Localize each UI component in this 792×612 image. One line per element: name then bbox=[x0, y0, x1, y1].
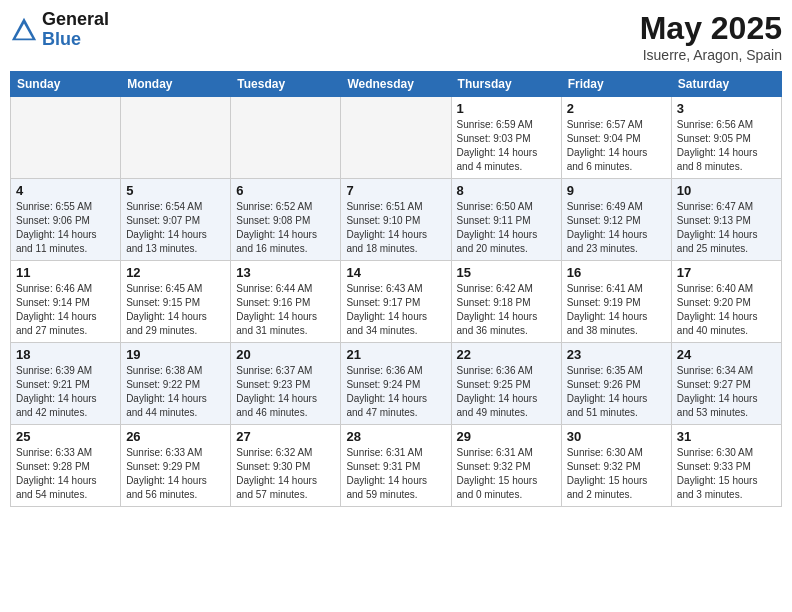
day-number: 24 bbox=[677, 347, 776, 362]
calendar-cell: 20Sunrise: 6:37 AM Sunset: 9:23 PM Dayli… bbox=[231, 343, 341, 425]
day-info: Sunrise: 6:40 AM Sunset: 9:20 PM Dayligh… bbox=[677, 282, 776, 338]
day-info: Sunrise: 6:30 AM Sunset: 9:32 PM Dayligh… bbox=[567, 446, 666, 502]
calendar-cell: 8Sunrise: 6:50 AM Sunset: 9:11 PM Daylig… bbox=[451, 179, 561, 261]
weekday-header-tuesday: Tuesday bbox=[231, 72, 341, 97]
day-info: Sunrise: 6:56 AM Sunset: 9:05 PM Dayligh… bbox=[677, 118, 776, 174]
day-number: 19 bbox=[126, 347, 225, 362]
day-info: Sunrise: 6:37 AM Sunset: 9:23 PM Dayligh… bbox=[236, 364, 335, 420]
day-info: Sunrise: 6:55 AM Sunset: 9:06 PM Dayligh… bbox=[16, 200, 115, 256]
calendar-cell: 16Sunrise: 6:41 AM Sunset: 9:19 PM Dayli… bbox=[561, 261, 671, 343]
calendar-cell: 27Sunrise: 6:32 AM Sunset: 9:30 PM Dayli… bbox=[231, 425, 341, 507]
calendar-week-row: 18Sunrise: 6:39 AM Sunset: 9:21 PM Dayli… bbox=[11, 343, 782, 425]
location-title: Isuerre, Aragon, Spain bbox=[640, 47, 782, 63]
day-info: Sunrise: 6:34 AM Sunset: 9:27 PM Dayligh… bbox=[677, 364, 776, 420]
title-block: May 2025 Isuerre, Aragon, Spain bbox=[640, 10, 782, 63]
calendar-cell: 31Sunrise: 6:30 AM Sunset: 9:33 PM Dayli… bbox=[671, 425, 781, 507]
day-info: Sunrise: 6:36 AM Sunset: 9:25 PM Dayligh… bbox=[457, 364, 556, 420]
day-info: Sunrise: 6:33 AM Sunset: 9:29 PM Dayligh… bbox=[126, 446, 225, 502]
calendar-cell: 19Sunrise: 6:38 AM Sunset: 9:22 PM Dayli… bbox=[121, 343, 231, 425]
calendar-cell: 29Sunrise: 6:31 AM Sunset: 9:32 PM Dayli… bbox=[451, 425, 561, 507]
weekday-header-saturday: Saturday bbox=[671, 72, 781, 97]
calendar-cell bbox=[231, 97, 341, 179]
day-info: Sunrise: 6:59 AM Sunset: 9:03 PM Dayligh… bbox=[457, 118, 556, 174]
calendar-cell: 22Sunrise: 6:36 AM Sunset: 9:25 PM Dayli… bbox=[451, 343, 561, 425]
day-number: 3 bbox=[677, 101, 776, 116]
day-info: Sunrise: 6:47 AM Sunset: 9:13 PM Dayligh… bbox=[677, 200, 776, 256]
day-info: Sunrise: 6:49 AM Sunset: 9:12 PM Dayligh… bbox=[567, 200, 666, 256]
day-number: 21 bbox=[346, 347, 445, 362]
day-number: 31 bbox=[677, 429, 776, 444]
logo-blue-text: Blue bbox=[42, 30, 109, 50]
calendar-cell: 10Sunrise: 6:47 AM Sunset: 9:13 PM Dayli… bbox=[671, 179, 781, 261]
day-info: Sunrise: 6:39 AM Sunset: 9:21 PM Dayligh… bbox=[16, 364, 115, 420]
calendar-cell: 17Sunrise: 6:40 AM Sunset: 9:20 PM Dayli… bbox=[671, 261, 781, 343]
weekday-header-monday: Monday bbox=[121, 72, 231, 97]
logo-icon bbox=[10, 16, 38, 44]
day-number: 23 bbox=[567, 347, 666, 362]
calendar-week-row: 11Sunrise: 6:46 AM Sunset: 9:14 PM Dayli… bbox=[11, 261, 782, 343]
day-info: Sunrise: 6:32 AM Sunset: 9:30 PM Dayligh… bbox=[236, 446, 335, 502]
weekday-header-sunday: Sunday bbox=[11, 72, 121, 97]
day-number: 26 bbox=[126, 429, 225, 444]
calendar-cell: 6Sunrise: 6:52 AM Sunset: 9:08 PM Daylig… bbox=[231, 179, 341, 261]
calendar-cell: 2Sunrise: 6:57 AM Sunset: 9:04 PM Daylig… bbox=[561, 97, 671, 179]
day-number: 14 bbox=[346, 265, 445, 280]
day-number: 28 bbox=[346, 429, 445, 444]
calendar-cell bbox=[341, 97, 451, 179]
calendar-cell: 13Sunrise: 6:44 AM Sunset: 9:16 PM Dayli… bbox=[231, 261, 341, 343]
day-number: 12 bbox=[126, 265, 225, 280]
day-number: 16 bbox=[567, 265, 666, 280]
calendar-cell: 25Sunrise: 6:33 AM Sunset: 9:28 PM Dayli… bbox=[11, 425, 121, 507]
day-number: 18 bbox=[16, 347, 115, 362]
weekday-header-row: SundayMondayTuesdayWednesdayThursdayFrid… bbox=[11, 72, 782, 97]
day-info: Sunrise: 6:35 AM Sunset: 9:26 PM Dayligh… bbox=[567, 364, 666, 420]
month-title: May 2025 bbox=[640, 10, 782, 47]
calendar-cell: 21Sunrise: 6:36 AM Sunset: 9:24 PM Dayli… bbox=[341, 343, 451, 425]
day-number: 9 bbox=[567, 183, 666, 198]
day-number: 10 bbox=[677, 183, 776, 198]
day-number: 5 bbox=[126, 183, 225, 198]
day-number: 29 bbox=[457, 429, 556, 444]
day-number: 2 bbox=[567, 101, 666, 116]
calendar-table: SundayMondayTuesdayWednesdayThursdayFrid… bbox=[10, 71, 782, 507]
page-header: General Blue May 2025 Isuerre, Aragon, S… bbox=[10, 10, 782, 63]
weekday-header-thursday: Thursday bbox=[451, 72, 561, 97]
calendar-cell: 23Sunrise: 6:35 AM Sunset: 9:26 PM Dayli… bbox=[561, 343, 671, 425]
calendar-cell: 5Sunrise: 6:54 AM Sunset: 9:07 PM Daylig… bbox=[121, 179, 231, 261]
day-info: Sunrise: 6:36 AM Sunset: 9:24 PM Dayligh… bbox=[346, 364, 445, 420]
calendar-week-row: 4Sunrise: 6:55 AM Sunset: 9:06 PM Daylig… bbox=[11, 179, 782, 261]
calendar-cell: 15Sunrise: 6:42 AM Sunset: 9:18 PM Dayli… bbox=[451, 261, 561, 343]
day-number: 20 bbox=[236, 347, 335, 362]
day-info: Sunrise: 6:31 AM Sunset: 9:31 PM Dayligh… bbox=[346, 446, 445, 502]
day-number: 1 bbox=[457, 101, 556, 116]
calendar-cell: 26Sunrise: 6:33 AM Sunset: 9:29 PM Dayli… bbox=[121, 425, 231, 507]
logo-general: General bbox=[42, 10, 109, 30]
calendar-cell: 12Sunrise: 6:45 AM Sunset: 9:15 PM Dayli… bbox=[121, 261, 231, 343]
day-number: 15 bbox=[457, 265, 556, 280]
day-info: Sunrise: 6:50 AM Sunset: 9:11 PM Dayligh… bbox=[457, 200, 556, 256]
calendar-cell: 30Sunrise: 6:30 AM Sunset: 9:32 PM Dayli… bbox=[561, 425, 671, 507]
calendar-week-row: 25Sunrise: 6:33 AM Sunset: 9:28 PM Dayli… bbox=[11, 425, 782, 507]
day-info: Sunrise: 6:30 AM Sunset: 9:33 PM Dayligh… bbox=[677, 446, 776, 502]
day-info: Sunrise: 6:46 AM Sunset: 9:14 PM Dayligh… bbox=[16, 282, 115, 338]
day-number: 17 bbox=[677, 265, 776, 280]
day-info: Sunrise: 6:52 AM Sunset: 9:08 PM Dayligh… bbox=[236, 200, 335, 256]
day-info: Sunrise: 6:45 AM Sunset: 9:15 PM Dayligh… bbox=[126, 282, 225, 338]
day-number: 7 bbox=[346, 183, 445, 198]
calendar-cell: 14Sunrise: 6:43 AM Sunset: 9:17 PM Dayli… bbox=[341, 261, 451, 343]
day-number: 27 bbox=[236, 429, 335, 444]
calendar-cell: 4Sunrise: 6:55 AM Sunset: 9:06 PM Daylig… bbox=[11, 179, 121, 261]
calendar-cell: 18Sunrise: 6:39 AM Sunset: 9:21 PM Dayli… bbox=[11, 343, 121, 425]
day-info: Sunrise: 6:57 AM Sunset: 9:04 PM Dayligh… bbox=[567, 118, 666, 174]
weekday-header-wednesday: Wednesday bbox=[341, 72, 451, 97]
calendar-cell bbox=[11, 97, 121, 179]
calendar-cell: 3Sunrise: 6:56 AM Sunset: 9:05 PM Daylig… bbox=[671, 97, 781, 179]
calendar-cell: 7Sunrise: 6:51 AM Sunset: 9:10 PM Daylig… bbox=[341, 179, 451, 261]
logo-text: General Blue bbox=[42, 10, 109, 50]
day-number: 11 bbox=[16, 265, 115, 280]
day-number: 6 bbox=[236, 183, 335, 198]
calendar-cell: 24Sunrise: 6:34 AM Sunset: 9:27 PM Dayli… bbox=[671, 343, 781, 425]
day-info: Sunrise: 6:42 AM Sunset: 9:18 PM Dayligh… bbox=[457, 282, 556, 338]
calendar-cell bbox=[121, 97, 231, 179]
day-number: 25 bbox=[16, 429, 115, 444]
